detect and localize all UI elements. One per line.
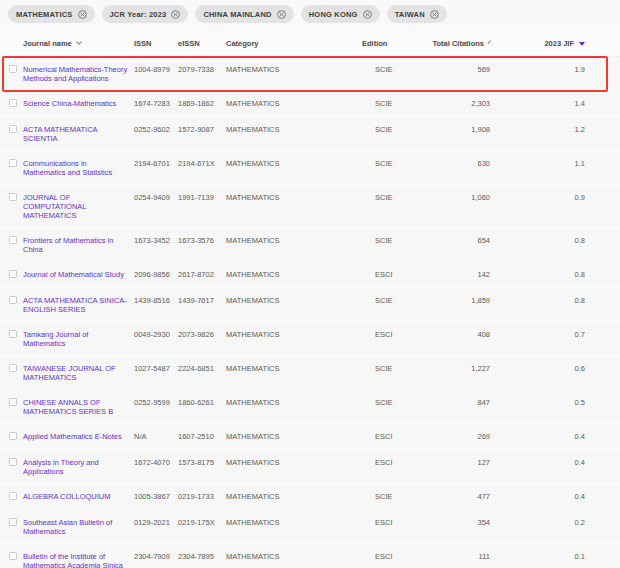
issn-cell: 2194-6701 [134,159,178,168]
edition-cell: ESCI [362,552,440,561]
jif-cell: 1.9 [490,65,590,74]
row-checkbox[interactable] [9,492,17,500]
journal-name-link[interactable]: Analysis in Theory and Applications [23,458,99,476]
table-row: ACTA MATHEMATICA SCIENTIA 0252-9602 1572… [0,117,620,151]
journal-name-link[interactable]: Communications in Mathematics and Statis… [23,159,112,177]
journal-name-link[interactable]: Bulletin of the Institute of Mathematics… [23,552,123,568]
category-cell: MATHEMATICS [226,458,362,467]
eissn-cell: 1607-2510 [178,432,226,441]
journal-name-link[interactable]: ALGEBRA COLLOQUIUM [23,492,111,501]
eissn-cell: 1572-9087 [178,125,226,134]
journal-name-link[interactable]: TAIWANESE JOURNAL OF MATHEMATICS [23,364,116,382]
column-header-citations[interactable]: Total Citations [440,39,490,48]
journal-name-link[interactable]: CHINESE ANNALS OF MATHEMATICS SERIES B [23,398,113,416]
row-checkbox[interactable] [9,65,17,73]
jif-cell: 0.4 [490,432,590,441]
row-checkbox[interactable] [9,458,17,466]
issn-cell: 2304-7909 [134,552,178,561]
journal-name-link[interactable]: Frontiers of Mathematics in China [23,236,113,254]
filter-chip: JCR Year: 2023 [102,5,189,23]
journal-name-link[interactable]: Applied Mathematics E-Notes [23,432,122,441]
eissn-cell: 2224-6851 [178,364,226,373]
edition-cell: SCIE [362,125,440,134]
row-checkbox[interactable] [9,330,17,338]
journal-name-link[interactable]: Tamkang Journal of Mathematics [23,330,88,348]
filter-chip: CHINA MAINLAND [195,5,293,23]
category-cell: MATHEMATICS [226,236,362,245]
issn-cell: 1005-3867 [134,492,178,501]
journal-name-link[interactable]: Journal of Mathematical Study [23,270,124,279]
column-header-label: eISSN [178,39,200,48]
column-header-label: Total Citations [432,39,484,48]
row-checkbox[interactable] [9,296,17,304]
column-header-name[interactable]: Journal name [23,39,134,48]
column-header-label: Category [226,39,259,48]
total-citations-cell: 2,303 [440,99,490,108]
jif-cell: 0.2 [490,518,590,527]
row-checkbox[interactable] [9,432,17,440]
edition-cell: SCIE [362,65,440,74]
issn-cell: 1004-8979 [134,65,178,74]
edition-cell: ESCI [362,458,440,467]
chip-close-icon[interactable] [363,10,372,19]
journal-name-link[interactable]: ACTA MATHEMATICA SCIENTIA [23,125,97,143]
row-checkbox[interactable] [9,552,17,560]
column-header-label: Journal name [23,39,72,48]
row-checkbox[interactable] [9,236,17,244]
row-checkbox[interactable] [9,125,17,133]
table-header: Journal nameISSNeISSNCategoryEditionTota… [0,30,620,57]
jif-cell: 0.1 [490,552,590,561]
table-row: Science China-Mathematics 1674-7283 1869… [0,91,620,117]
row-checkbox[interactable] [9,159,17,167]
chip-close-icon[interactable] [171,10,180,19]
filter-chip: HONG KONG [301,5,380,23]
jif-cell: 1.2 [490,125,590,134]
eissn-cell: 1439-7617 [178,296,226,305]
table-row: Numerical Mathematics-Theory Methods and… [0,57,620,91]
row-checkbox[interactable] [9,270,17,278]
table-row: Southeast Asian Bulletin of Mathematics … [0,510,620,544]
total-citations-cell: 127 [440,458,490,467]
category-cell: MATHEMATICS [226,492,362,501]
category-cell: MATHEMATICS [226,125,362,134]
jif-cell: 0.8 [490,236,590,245]
journal-name-link[interactable]: ACTA MATHEMATICA SINICA-ENGLISH SERIES [23,296,127,314]
row-checkbox[interactable] [9,518,17,526]
category-cell: MATHEMATICS [226,330,362,339]
edition-cell: SCIE [362,236,440,245]
category-cell: MATHEMATICS [226,65,362,74]
issn-cell: 1672-4070 [134,458,178,467]
category-cell: MATHEMATICS [226,552,362,561]
total-citations-cell: 269 [440,432,490,441]
journal-name-link[interactable]: Numerical Mathematics-Theory Methods and… [23,65,127,83]
eissn-cell: 2073-9826 [178,330,226,339]
category-cell: MATHEMATICS [226,193,362,202]
chip-close-icon[interactable] [78,10,87,19]
column-header-label: ISSN [134,39,152,48]
column-header-label: Edition [362,39,387,48]
journal-name-link[interactable]: Southeast Asian Bulletin of Mathematics [23,518,112,536]
issn-cell: 1674-7283 [134,99,178,108]
eissn-cell: 1991-7139 [178,193,226,202]
total-citations-cell: 111 [440,552,490,561]
jif-cell: 1.1 [490,159,590,168]
jif-cell: 0.8 [490,270,590,279]
total-citations-cell: 1,227 [440,364,490,373]
row-checkbox[interactable] [9,99,17,107]
column-header-jif[interactable]: 2023 JIF [490,39,590,48]
chip-close-icon[interactable] [430,10,439,19]
chip-close-icon[interactable] [277,10,286,19]
issn-cell: 2096-9856 [134,270,178,279]
edition-cell: ESCI [362,270,440,279]
total-citations-cell: 569 [440,65,490,74]
filter-chip-label: JCR Year: 2023 [110,10,167,19]
row-checkbox[interactable] [9,364,17,372]
row-checkbox[interactable] [9,398,17,406]
issn-cell: 0254-9409 [134,193,178,202]
edition-cell: SCIE [362,99,440,108]
total-citations-cell: 654 [440,236,490,245]
journal-name-link[interactable]: JOURNAL OF COMPUTATIONAL MATHEMATICS [23,193,86,220]
row-checkbox[interactable] [9,193,17,201]
journal-name-link[interactable]: Science China-Mathematics [23,99,116,108]
issn-cell: 1027-5487 [134,364,178,373]
